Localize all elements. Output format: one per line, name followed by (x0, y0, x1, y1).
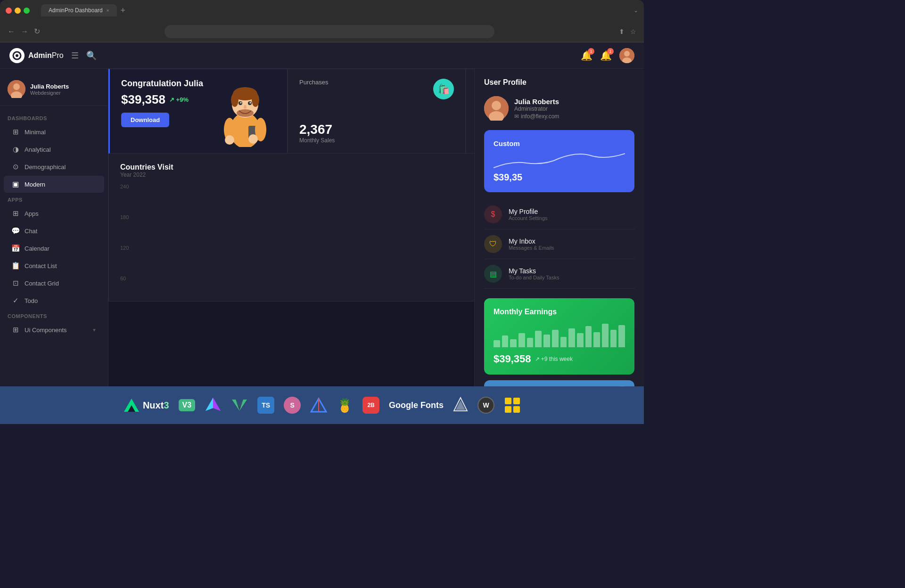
sidebar-item-modern-label: Modern (25, 181, 97, 188)
chart-title: Countries Visit (120, 163, 173, 172)
notifications-button[interactable]: 🔔 1 (581, 50, 592, 61)
chat-icon: 💬 (11, 227, 20, 235)
vue-icon (231, 397, 248, 414)
svg-point-11 (231, 93, 239, 107)
purchases-count-section: 2,367 Monthly Sales (299, 122, 454, 144)
w-label: W (483, 401, 489, 409)
traffic-lights (6, 8, 30, 14)
demographical-icon: ⊙ (11, 163, 20, 171)
minimize-button[interactable] (15, 8, 21, 14)
earnings-bar-8 (552, 330, 559, 348)
my-tasks-item[interactable]: ▤ My Tasks To-do and Daily Tasks (484, 259, 634, 289)
blue-card-gear-icon[interactable]: ⚙ (616, 386, 629, 386)
svg-rect-42 (513, 406, 520, 413)
earnings-bar-5 (527, 338, 534, 347)
my-profile-item[interactable]: $ My Profile Account Settings (484, 200, 634, 229)
panel-title: User Profile (484, 78, 634, 87)
maximize-button[interactable] (24, 8, 30, 14)
new-tab-button[interactable]: + (121, 6, 126, 16)
earnings-footer: $39,358 ↗ +9 this week (494, 353, 625, 365)
logo-icon (9, 48, 25, 63)
turbo-logo (310, 397, 327, 414)
custom-chart (494, 151, 625, 170)
w-logo: W (477, 397, 494, 414)
sidebar-item-todo-label: Todo (25, 297, 97, 304)
bookmark-icon[interactable]: ☆ (630, 28, 636, 35)
apps-icon: ⊞ (11, 209, 20, 218)
sass-label: S (290, 401, 294, 409)
profile-avatar (484, 96, 509, 121)
earnings-bar-15 (610, 330, 617, 348)
sidebar-item-minimal[interactable]: ⊞ Minimal (4, 123, 104, 140)
sidebar-item-todo[interactable]: ✓ Todo (4, 292, 104, 309)
svg-point-17 (244, 105, 247, 109)
y-label-180: 180 (120, 214, 129, 220)
browser-tab[interactable]: AdminPro Dashboard × (41, 4, 117, 16)
browser-titlebar: AdminPro Dashboard × + ⌄ (0, 0, 644, 21)
svg-point-24 (248, 134, 258, 144)
close-button[interactable] (6, 8, 12, 14)
sidebar-item-contact-grid[interactable]: ⊡ Contact Grid (4, 275, 104, 292)
forward-button[interactable]: → (21, 27, 28, 36)
my-inbox-subtitle: Messages & Emails (509, 245, 554, 251)
sidebar-item-calendar-label: Calendar (25, 245, 97, 252)
my-tasks-title: My Tasks (509, 267, 559, 275)
search-button[interactable]: 🔍 (86, 50, 97, 61)
browser-chrome: AdminPro Dashboard × + ⌄ ← → ↻ ⬆ ☆ (0, 0, 644, 42)
sidebar-item-contact-list[interactable]: 📋 Contact List (4, 257, 104, 274)
share-icon[interactable]: ⬆ (619, 28, 625, 35)
download-button[interactable]: Download (121, 113, 169, 127)
profile-email: ✉ info@flexy.com (514, 113, 559, 120)
purchases-header: Purchases 🛍️ (299, 79, 454, 99)
svg-marker-31 (213, 398, 221, 411)
back-button[interactable]: ← (8, 27, 15, 36)
vue-logo (231, 397, 248, 414)
typescript-logo: TS (257, 397, 274, 414)
sidebar-item-apps[interactable]: ⊞ Apps (4, 205, 104, 222)
sidebar-item-ui-components[interactable]: ⊞ Ui Components ▼ (4, 321, 104, 338)
header-left: AdminPro ☰ 🔍 (9, 48, 97, 63)
sidebar-user-avatar (8, 80, 25, 98)
tab-close-button[interactable]: × (107, 8, 109, 13)
sidebar-item-chat-label: Chat (25, 228, 97, 235)
ui-components-icon: ⊞ (11, 326, 20, 334)
earnings-bar-10 (568, 328, 575, 347)
dashboards-section-label: Dashboards (0, 112, 108, 123)
earnings-bars (494, 324, 625, 347)
sidebar-item-analytical[interactable]: ◑ Analytical (4, 141, 104, 158)
sidebar-item-chat[interactable]: 💬 Chat (4, 222, 104, 239)
nuxt-label: Nuxt3 (143, 400, 169, 411)
profile-info: Julia Roberts Administrator ✉ info@flexy… (514, 98, 559, 120)
custom-amount: $39,35 (494, 172, 625, 183)
window-controls: ⌄ (634, 7, 638, 14)
earnings-bar-14 (602, 324, 609, 347)
svg-point-12 (252, 93, 259, 107)
nuxt-ui-logo (453, 397, 468, 414)
2b-logo: 2B (362, 397, 379, 414)
w-icon: W (477, 397, 494, 414)
my-inbox-item[interactable]: 🛡 My Inbox Messages & Emails (484, 229, 634, 259)
address-bar[interactable] (165, 25, 494, 38)
character-svg (219, 79, 271, 147)
svg-rect-41 (505, 406, 511, 413)
alerts-button[interactable]: 🔔 1 (600, 50, 612, 61)
svg-point-1 (16, 54, 18, 57)
2b-icon: 2B (362, 397, 379, 414)
analytical-icon: ◑ (11, 145, 20, 154)
google-fonts-label: Google Fonts (389, 400, 444, 410)
nuxt-logo: Nuxt3 (123, 397, 169, 414)
profile-name: Julia Roberts (514, 98, 559, 106)
reload-button[interactable]: ↻ (34, 27, 40, 36)
grid-icon (504, 397, 521, 414)
my-tasks-icon: ▤ (484, 265, 502, 283)
user-avatar-button[interactable] (619, 48, 634, 63)
my-tasks-subtitle: To-do and Daily Tasks (509, 275, 559, 280)
purchases-sub: Monthly Sales (299, 137, 454, 144)
sidebar-item-contact-grid-label: Contact Grid (25, 280, 97, 287)
sidebar-item-calendar[interactable]: 📅 Calendar (4, 240, 104, 257)
earnings-title: Monthly Earnings (494, 308, 625, 316)
sidebar-item-demographical[interactable]: ⊙ Demographical (4, 158, 104, 175)
sidebar-item-modern[interactable]: ▣ Modern (4, 176, 104, 193)
menu-toggle-button[interactable]: ☰ (71, 50, 79, 61)
my-inbox-icon: 🛡 (484, 235, 502, 253)
